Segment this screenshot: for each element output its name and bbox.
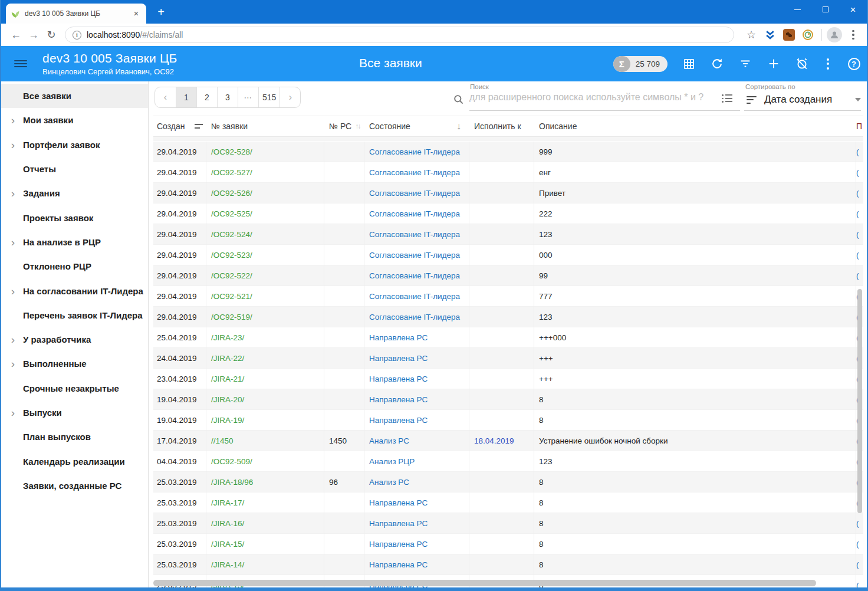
- sidebar-item[interactable]: › Отчеты: [1, 157, 148, 181]
- cell-state-link[interactable]: Направлена РС: [364, 493, 469, 513]
- table-row[interactable]: 24.04.2019 /JIRA-22/ Направлена РС +++ (: [153, 348, 863, 369]
- cell-state-link[interactable]: Согласование IT-лидера: [364, 286, 469, 307]
- cell-state-link[interactable]: Направлена РС: [364, 410, 469, 431]
- cell-state-link[interactable]: Направлена РС: [364, 369, 469, 389]
- forward-button[interactable]: →: [25, 26, 42, 44]
- browser-menu-button[interactable]: [846, 30, 861, 40]
- cell-state-link[interactable]: Согласование IT-лидера: [364, 162, 469, 183]
- address-bar[interactable]: i localhost:8090/#/claims/all: [65, 27, 734, 43]
- vertical-scrollbar-thumb[interactable]: [857, 289, 862, 513]
- table-row[interactable]: 25.03.2019 /JIRA-18/96 96 Анализ РС 8 (: [153, 472, 863, 493]
- table-row[interactable]: 23.04.2019 /JIRA-21/ Направлена РС +++ (: [153, 369, 863, 389]
- cell-claim-number-link[interactable]: /ОС92-509/: [206, 451, 324, 472]
- window-close-button[interactable]: ×: [839, 0, 867, 19]
- page-info-icon[interactable]: i: [73, 31, 81, 40]
- back-button[interactable]: ←: [7, 26, 25, 44]
- sidebar-item[interactable]: › На анализе в РЦР: [1, 230, 148, 254]
- table-row[interactable]: 25.03.2019 /JIRA-17/ Направлена РС 8 (: [153, 493, 863, 513]
- table-row[interactable]: 19.04.2019 /JIRA-20/ Направлена РС 8 (: [153, 389, 863, 410]
- table-row[interactable]: 29.04.2019 /ОС92-521/ Согласование IT-ли…: [153, 286, 863, 307]
- tab-close-button[interactable]: ×: [131, 8, 142, 19]
- table-row[interactable]: 29.04.2019 /ОС92-522/ Согласование IT-ли…: [153, 265, 863, 286]
- extension-square-icon[interactable]: [781, 27, 797, 42]
- cell-state-link[interactable]: Направлена РС: [364, 327, 469, 348]
- cell-claim-number-link[interactable]: /JIRA-22/: [206, 348, 324, 369]
- cell-claim-number-link[interactable]: /JIRA-21/: [206, 369, 324, 389]
- cell-state-link[interactable]: Согласование IT-лидера: [364, 224, 469, 245]
- new-tab-button[interactable]: +: [152, 4, 170, 21]
- cell-claim-number-link[interactable]: /JIRA-23/: [206, 327, 324, 348]
- sidebar-item[interactable]: › У разработчика: [1, 327, 148, 352]
- cell-state-link[interactable]: Согласование IT-лидера: [364, 203, 469, 224]
- sidebar-item[interactable]: › Задания: [1, 181, 148, 205]
- sidebar-item[interactable]: › Отклонено РЦР: [1, 254, 148, 278]
- table-row[interactable]: 29.04.2019 /ОС92-528/ Согласование IT-ли…: [153, 142, 863, 162]
- table-row[interactable]: 29.04.2019 /ОС92-524/ Согласование IT-ли…: [153, 224, 863, 245]
- window-minimize-button[interactable]: [784, 0, 811, 19]
- table-row[interactable]: 29.04.2019 /ОС92-519/ Согласование IT-ли…: [153, 307, 863, 327]
- browser-tab[interactable]: dev3 10 005 Заявки ЦБ ×: [6, 4, 146, 24]
- table-row[interactable]: 29.04.2019 /ОС92-523/ Согласование IT-ли…: [153, 245, 863, 265]
- sidebar-item[interactable]: › План выпусков: [1, 425, 148, 449]
- cell-state-link[interactable]: Направлена РС: [364, 348, 469, 369]
- column-header-due[interactable]: Исполнить к: [469, 122, 534, 131]
- cell-state-link[interactable]: Согласование IT-лидера: [364, 265, 469, 286]
- profile-avatar[interactable]: [827, 27, 842, 42]
- window-maximize-button[interactable]: [811, 0, 839, 19]
- pagination-page-button[interactable]: 1: [176, 87, 196, 107]
- table-row[interactable]: 29.04.2019 /ОС92-527/ Согласование IT-ли…: [153, 162, 863, 183]
- filter-button[interactable]: [738, 57, 752, 71]
- sidebar-item[interactable]: › Календарь реализации: [1, 449, 148, 473]
- cell-state-link[interactable]: Анализ РС: [364, 431, 469, 451]
- pagination-page-button[interactable]: 2: [196, 87, 217, 107]
- sidebar-item[interactable]: › Проекты заявок: [1, 205, 148, 229]
- cell-state-link[interactable]: Направлена РС: [364, 389, 469, 410]
- cell-claim-number-link[interactable]: /JIRA-18/96: [206, 472, 324, 493]
- cell-claim-number-link[interactable]: /ОС92-523/: [206, 245, 324, 265]
- pagination-page-button[interactable]: 3: [217, 87, 238, 107]
- cell-claim-number-link[interactable]: /JIRA-15/: [206, 534, 324, 554]
- total-counter[interactable]: Σ 25 709: [613, 56, 668, 72]
- bookmark-star-icon[interactable]: ☆: [744, 27, 759, 42]
- cell-claim-number-link[interactable]: /ОС92-521/: [206, 286, 324, 307]
- cell-state-link[interactable]: Направлена РС: [364, 554, 469, 575]
- sort-select[interactable]: Дата создания: [747, 90, 861, 109]
- table-row[interactable]: 29.04.2019 /ОС92-525/ Согласование IT-ли…: [153, 203, 863, 224]
- cell-claim-number-link[interactable]: /ОС92-527/: [206, 162, 324, 183]
- extension-orbit-icon[interactable]: [800, 27, 816, 42]
- cell-claim-number-link[interactable]: /JIRA-20/: [206, 389, 324, 410]
- sidebar-item[interactable]: › Выполненные: [1, 352, 148, 376]
- table-row[interactable]: 19.04.2019 /JIRA-19/ Направлена РС 8 (: [153, 410, 863, 431]
- sidebar-item[interactable]: › Портфели заявок: [1, 133, 148, 157]
- cell-claim-number-link[interactable]: /JIRA-16/: [206, 513, 324, 534]
- sidebar-item[interactable]: › Выпуски: [1, 400, 148, 425]
- cell-state-link[interactable]: Согласование IT-лидера: [364, 307, 469, 327]
- cell-claim-number-link[interactable]: /JIRA-14/: [206, 554, 324, 575]
- cell-claim-number-link[interactable]: /JIRA-19/: [206, 410, 324, 431]
- saved-searches-list-icon[interactable]: [722, 94, 732, 103]
- cell-state-link[interactable]: Согласование IT-лидера: [364, 142, 469, 162]
- grid-view-button[interactable]: [682, 57, 696, 71]
- column-header-description[interactable]: Описание: [534, 122, 856, 131]
- table-row[interactable]: 04.04.2019 /ОС92-509/ Анализ РЦР 123 (: [153, 451, 863, 472]
- cell-state-link[interactable]: Согласование IT-лидера: [364, 183, 469, 203]
- reload-button[interactable]: ↻: [42, 26, 60, 44]
- cell-state-link[interactable]: Согласование IT-лидера: [364, 245, 469, 265]
- sidebar-item[interactable]: › На согласовании IT-Лидера: [1, 278, 148, 303]
- sidebar-item[interactable]: › Перечень заявок IT-Лидера: [1, 303, 148, 327]
- horizontal-scrollbar-thumb[interactable]: [153, 580, 816, 586]
- sidebar-item[interactable]: › Мои заявки: [1, 108, 148, 132]
- cell-state-link[interactable]: Анализ РС: [364, 472, 469, 493]
- pagination-prev-button[interactable]: ‹: [155, 87, 176, 107]
- add-button[interactable]: [767, 57, 781, 71]
- cell-state-link[interactable]: Направлена РС: [364, 513, 469, 534]
- table-row[interactable]: 25.04.2019 /JIRA-23/ Направлена РС +++00…: [153, 327, 863, 348]
- column-header-state[interactable]: Состояние ↓: [364, 121, 469, 132]
- cell-state-link[interactable]: Анализ РЦР: [364, 451, 469, 472]
- cell-claim-number-link[interactable]: /ОС92-519/: [206, 307, 324, 327]
- table-row[interactable]: 17.04.2019 //1450 1450 Анализ РС 18.04.2…: [153, 431, 863, 451]
- sidebar-item[interactable]: › Срочные незакрытые: [1, 376, 148, 400]
- search-input[interactable]: [469, 92, 717, 103]
- menu-hamburger-icon[interactable]: [14, 60, 27, 67]
- cell-claim-number-link[interactable]: /ОС92-524/: [206, 224, 324, 245]
